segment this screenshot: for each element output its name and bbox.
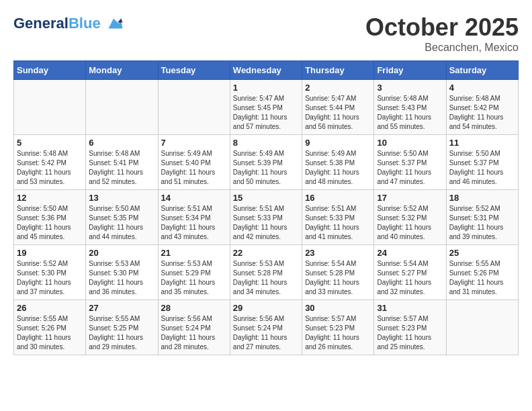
month-title: October 2025 <box>365 13 519 42</box>
day-info: Sunrise: 5:52 AMSunset: 5:30 PMDaylight:… <box>17 259 83 297</box>
calendar-week-4: 19 Sunrise: 5:52 AMSunset: 5:30 PMDaylig… <box>14 245 519 300</box>
day-info: Sunrise: 5:53 AMSunset: 5:28 PMDaylight:… <box>233 259 299 297</box>
calendar-cell: 18 Sunrise: 5:52 AMSunset: 5:31 PMDaylig… <box>446 190 518 245</box>
day-number: 25 <box>449 248 515 258</box>
day-info: Sunrise: 5:49 AMSunset: 5:40 PMDaylight:… <box>161 149 227 187</box>
day-number: 21 <box>161 248 227 258</box>
day-info: Sunrise: 5:48 AMSunset: 5:42 PMDaylight:… <box>17 149 83 187</box>
day-info: Sunrise: 5:52 AMSunset: 5:31 PMDaylight:… <box>449 204 515 242</box>
day-info: Sunrise: 5:48 AMSunset: 5:42 PMDaylight:… <box>449 94 515 132</box>
day-info: Sunrise: 5:55 AMSunset: 5:26 PMDaylight:… <box>449 259 515 297</box>
day-info: Sunrise: 5:50 AMSunset: 5:37 PMDaylight:… <box>449 149 515 187</box>
calendar-cell: 28 Sunrise: 5:56 AMSunset: 5:24 PMDaylig… <box>158 300 230 355</box>
day-number: 5 <box>17 138 83 148</box>
logo-text: GeneralBlue <box>13 16 101 31</box>
logo: GeneralBlue <box>13 13 124 34</box>
calendar-cell: 29 Sunrise: 5:56 AMSunset: 5:24 PMDaylig… <box>230 300 302 355</box>
calendar-cell: 27 Sunrise: 5:55 AMSunset: 5:25 PMDaylig… <box>86 300 158 355</box>
day-info: Sunrise: 5:54 AMSunset: 5:27 PMDaylight:… <box>377 259 443 297</box>
calendar-cell: 16 Sunrise: 5:51 AMSunset: 5:33 PMDaylig… <box>302 190 374 245</box>
calendar-cell: 4 Sunrise: 5:48 AMSunset: 5:42 PMDayligh… <box>446 80 518 135</box>
day-info: Sunrise: 5:49 AMSunset: 5:39 PMDaylight:… <box>233 149 299 187</box>
day-info: Sunrise: 5:56 AMSunset: 5:24 PMDaylight:… <box>233 314 299 352</box>
calendar-week-2: 5 Sunrise: 5:48 AMSunset: 5:42 PMDayligh… <box>14 135 519 190</box>
weekday-header-tuesday: Tuesday <box>158 61 230 80</box>
day-number: 3 <box>377 83 443 93</box>
calendar-cell <box>86 80 158 135</box>
day-info: Sunrise: 5:57 AMSunset: 5:23 PMDaylight:… <box>305 314 371 352</box>
day-number: 30 <box>305 303 371 313</box>
day-number: 18 <box>449 193 515 203</box>
weekday-header-row: SundayMondayTuesdayWednesdayThursdayFrid… <box>14 61 519 80</box>
svg-marker-1 <box>118 19 123 23</box>
day-info: Sunrise: 5:57 AMSunset: 5:23 PMDaylight:… <box>377 314 443 352</box>
day-info: Sunrise: 5:51 AMSunset: 5:33 PMDaylight:… <box>233 204 299 242</box>
day-number: 14 <box>161 193 227 203</box>
day-number: 12 <box>17 193 83 203</box>
day-info: Sunrise: 5:53 AMSunset: 5:30 PMDaylight:… <box>89 259 154 297</box>
day-number: 17 <box>377 193 443 203</box>
day-number: 27 <box>89 303 154 313</box>
calendar-cell: 2 Sunrise: 5:47 AMSunset: 5:44 PMDayligh… <box>302 80 374 135</box>
day-info: Sunrise: 5:50 AMSunset: 5:35 PMDaylight:… <box>89 204 154 242</box>
calendar-cell: 23 Sunrise: 5:54 AMSunset: 5:28 PMDaylig… <box>302 245 374 300</box>
calendar-week-3: 12 Sunrise: 5:50 AMSunset: 5:36 PMDaylig… <box>14 190 519 245</box>
weekday-header-monday: Monday <box>86 61 158 80</box>
day-info: Sunrise: 5:48 AMSunset: 5:41 PMDaylight:… <box>89 149 154 187</box>
day-number: 16 <box>305 193 371 203</box>
calendar-cell <box>158 80 230 135</box>
day-number: 22 <box>233 248 299 258</box>
day-number: 20 <box>89 248 154 258</box>
calendar-week-5: 26 Sunrise: 5:55 AMSunset: 5:26 PMDaylig… <box>14 300 519 355</box>
calendar-cell: 11 Sunrise: 5:50 AMSunset: 5:37 PMDaylig… <box>446 135 518 190</box>
day-info: Sunrise: 5:47 AMSunset: 5:45 PMDaylight:… <box>233 94 299 132</box>
day-info: Sunrise: 5:51 AMSunset: 5:33 PMDaylight:… <box>305 204 371 242</box>
day-info: Sunrise: 5:54 AMSunset: 5:28 PMDaylight:… <box>305 259 371 297</box>
day-number: 19 <box>17 248 83 258</box>
calendar-cell: 6 Sunrise: 5:48 AMSunset: 5:41 PMDayligh… <box>86 135 158 190</box>
calendar-cell: 13 Sunrise: 5:50 AMSunset: 5:35 PMDaylig… <box>86 190 158 245</box>
calendar-cell: 17 Sunrise: 5:52 AMSunset: 5:32 PMDaylig… <box>374 190 446 245</box>
weekday-header-wednesday: Wednesday <box>230 61 302 80</box>
calendar-cell: 26 Sunrise: 5:55 AMSunset: 5:26 PMDaylig… <box>14 300 86 355</box>
day-info: Sunrise: 5:47 AMSunset: 5:44 PMDaylight:… <box>305 94 371 132</box>
calendar-cell: 19 Sunrise: 5:52 AMSunset: 5:30 PMDaylig… <box>14 245 86 300</box>
logo-icon <box>103 13 124 34</box>
day-number: 4 <box>449 83 515 93</box>
calendar-cell: 8 Sunrise: 5:49 AMSunset: 5:39 PMDayligh… <box>230 135 302 190</box>
weekday-header-thursday: Thursday <box>302 61 374 80</box>
day-number: 11 <box>449 138 515 148</box>
calendar-cell: 25 Sunrise: 5:55 AMSunset: 5:26 PMDaylig… <box>446 245 518 300</box>
calendar-cell: 1 Sunrise: 5:47 AMSunset: 5:45 PMDayligh… <box>230 80 302 135</box>
day-number: 24 <box>377 248 443 258</box>
day-number: 1 <box>233 83 299 93</box>
calendar-cell: 15 Sunrise: 5:51 AMSunset: 5:33 PMDaylig… <box>230 190 302 245</box>
day-info: Sunrise: 5:52 AMSunset: 5:32 PMDaylight:… <box>377 204 443 242</box>
calendar-table: SundayMondayTuesdayWednesdayThursdayFrid… <box>13 60 519 355</box>
calendar-cell: 10 Sunrise: 5:50 AMSunset: 5:37 PMDaylig… <box>374 135 446 190</box>
day-number: 29 <box>233 303 299 313</box>
calendar-cell <box>14 80 86 135</box>
day-info: Sunrise: 5:50 AMSunset: 5:37 PMDaylight:… <box>377 149 443 187</box>
calendar-cell: 24 Sunrise: 5:54 AMSunset: 5:27 PMDaylig… <box>374 245 446 300</box>
day-number: 13 <box>89 193 154 203</box>
title-block: October 2025 Becanchen, Mexico <box>365 13 519 54</box>
day-number: 6 <box>89 138 154 148</box>
day-info: Sunrise: 5:51 AMSunset: 5:34 PMDaylight:… <box>161 204 227 242</box>
day-info: Sunrise: 5:55 AMSunset: 5:26 PMDaylight:… <box>17 314 83 352</box>
calendar-cell: 31 Sunrise: 5:57 AMSunset: 5:23 PMDaylig… <box>374 300 446 355</box>
calendar-cell: 21 Sunrise: 5:53 AMSunset: 5:29 PMDaylig… <box>158 245 230 300</box>
calendar-cell: 5 Sunrise: 5:48 AMSunset: 5:42 PMDayligh… <box>14 135 86 190</box>
day-number: 7 <box>161 138 227 148</box>
day-number: 9 <box>305 138 371 148</box>
calendar-cell: 20 Sunrise: 5:53 AMSunset: 5:30 PMDaylig… <box>86 245 158 300</box>
calendar-cell: 9 Sunrise: 5:49 AMSunset: 5:38 PMDayligh… <box>302 135 374 190</box>
day-number: 8 <box>233 138 299 148</box>
day-number: 23 <box>305 248 371 258</box>
day-info: Sunrise: 5:48 AMSunset: 5:43 PMDaylight:… <box>377 94 443 132</box>
calendar-cell: 12 Sunrise: 5:50 AMSunset: 5:36 PMDaylig… <box>14 190 86 245</box>
calendar-week-1: 1 Sunrise: 5:47 AMSunset: 5:45 PMDayligh… <box>14 80 519 135</box>
day-number: 26 <box>17 303 83 313</box>
day-info: Sunrise: 5:56 AMSunset: 5:24 PMDaylight:… <box>161 314 227 352</box>
day-number: 10 <box>377 138 443 148</box>
